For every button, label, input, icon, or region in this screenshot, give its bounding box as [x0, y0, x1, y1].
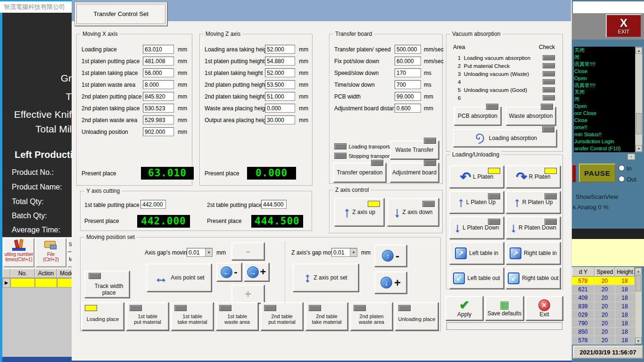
adjustment-distance-input[interactable]	[395, 104, 421, 113]
left-table-in-button[interactable]: ↗ Left table in	[449, 242, 504, 264]
table-row[interactable]	[35, 278, 57, 288]
show-scan-view-label[interactable]: ShowScanView	[576, 193, 618, 200]
z-axis-down-button[interactable]: ↓ Z axis down	[387, 198, 439, 226]
r-platen-up-button[interactable]: ↑ R Platen Up	[506, 191, 561, 214]
table1-waste-area-button[interactable]: 1st tablewaste area	[216, 302, 258, 330]
l-platen-down-button[interactable]: ↓ L Platen Down	[449, 216, 504, 239]
platen2-taking-place-input[interactable]	[143, 104, 174, 113]
table-row[interactable]: 6212018	[572, 285, 635, 294]
platen2-waste-area-input[interactable]	[143, 115, 174, 124]
x-jog-plus-button[interactable]: → +	[244, 263, 269, 281]
track-width-place-button[interactable]: Track width place	[84, 271, 130, 298]
scroll-up-icon[interactable]: ▲	[635, 268, 642, 274]
axis-gap-select[interactable]: 0.01 ▼	[187, 248, 213, 257]
x-minus-disabled-button[interactable]: -	[231, 242, 264, 260]
loading-absorption-button[interactable]: Loading absorption	[453, 129, 557, 147]
table-row[interactable]: 0292018	[572, 311, 635, 319]
z-gap-select[interactable]: 0.01 ▼	[331, 248, 357, 257]
table-row[interactable]: 4092018	[572, 294, 635, 302]
scroll-down-icon[interactable]: ▼	[636, 145, 642, 152]
platen1-waste-area-input[interactable]	[143, 80, 174, 89]
adjustment-board-button[interactable]: Adjustment board	[390, 163, 439, 182]
speed-slowdown-input[interactable]	[395, 68, 421, 77]
radio-out[interactable]	[619, 176, 625, 182]
table-row[interactable]: 8502018	[572, 328, 635, 336]
table1-putting-input[interactable]	[140, 200, 166, 209]
partial-toolbar-button-m[interactable]: M	[67, 253, 72, 267]
col-action-header[interactable]: Action	[35, 269, 57, 278]
platen1-taking-height-input[interactable]	[265, 68, 295, 77]
output-placing-height-input[interactable]	[265, 115, 295, 124]
save-defaults-button[interactable]: ▦ Save defaults	[485, 296, 524, 321]
waste-transfer-button[interactable]: Waste Transfer	[390, 140, 439, 159]
chevron-down-icon[interactable]: ▼	[350, 248, 357, 256]
r-platen-down-button[interactable]: ↓ R Platen Down	[506, 216, 561, 239]
waste-absorption-button[interactable]: Waste absorption	[506, 107, 556, 125]
tab-transfer-control-set[interactable]: Transfer Control Set	[74, 2, 167, 26]
radio-in[interactable]	[619, 165, 625, 171]
x-plus-disabled-button[interactable]: +	[231, 285, 264, 304]
l-platen-button[interactable]: ↶ L Platen	[449, 165, 504, 188]
x-jog-minus-button[interactable]: ← -	[216, 263, 242, 281]
platen2-waste-area-button[interactable]: 2nd platenwaste area	[350, 302, 393, 330]
col-mode-header[interactable]: Mode	[57, 269, 72, 278]
loading-taking-height-input[interactable]	[265, 45, 295, 54]
loading-place-input[interactable]	[143, 45, 174, 54]
left-table-out-button[interactable]: ↙ Left table out	[449, 267, 504, 289]
table-row[interactable]	[57, 278, 72, 288]
table2-take-material-button[interactable]: 2nd tabletake material	[305, 302, 348, 330]
platen1-putting-place-input[interactable]	[143, 57, 174, 66]
scroll-down-icon[interactable]: ▼	[635, 337, 642, 344]
app-exit-button[interactable]: X EXIT	[606, 14, 642, 38]
axis-point-set-button[interactable]: ↔ Axis point set	[147, 263, 212, 292]
table-row[interactable]: 8392018	[572, 302, 635, 311]
r-platen-button[interactable]: ↷ R Platen	[506, 165, 561, 188]
platen1-putting-height-input[interactable]	[265, 57, 295, 66]
table-scrollbar[interactable]: ▲ ▼	[635, 267, 642, 345]
transfer-operation-button[interactable]: Transfer operation	[333, 163, 386, 182]
log-scrollbar[interactable]: ▲ ▼	[635, 47, 643, 152]
platen2-putting-height-input[interactable]	[265, 80, 295, 89]
partial-red-button[interactable]	[572, 165, 576, 182]
log-scroll-right-icon[interactable]: ›	[627, 154, 635, 160]
z-jog-minus-button[interactable]: ↑ -	[374, 245, 407, 267]
chevron-down-icon[interactable]: ▼	[205, 248, 212, 256]
table1-put-material-button[interactable]: 1st tableput material	[126, 302, 169, 330]
col-speed-header[interactable]: Speed	[594, 267, 615, 277]
table-row[interactable]: 7902018	[572, 319, 635, 328]
table-row[interactable]	[10, 278, 35, 288]
time-slowdown-input[interactable]	[395, 80, 421, 89]
platen1-taking-place-input[interactable]	[143, 68, 174, 77]
fix-pot-slowdown-input[interactable]	[395, 57, 421, 66]
platen2-taking-height-input[interactable]	[265, 92, 295, 101]
transfer-speed-input[interactable]	[395, 45, 421, 54]
file-button[interactable]: File (Ctrl+2)	[35, 238, 66, 267]
right-table-in-button[interactable]: ↗ Right table in	[506, 242, 561, 264]
z-jog-plus-button[interactable]: ↓ +	[374, 272, 407, 294]
z-axis-pot-set-button[interactable]: ↕ Z axis pot set	[293, 263, 359, 292]
unloading-position-input[interactable]	[143, 127, 174, 136]
scroll-up-icon[interactable]: ▲	[636, 47, 642, 54]
col-no-header[interactable]: No.	[10, 269, 35, 278]
loading-place-button[interactable]: Loading place	[82, 302, 124, 330]
unloading-place-button[interactable]: Unloading place	[395, 302, 438, 330]
table-row[interactable]: 5782018	[572, 277, 635, 285]
waste-placing-height-input[interactable]	[265, 104, 295, 113]
scrollbar-thumb[interactable]	[636, 275, 641, 291]
platen2-putting-place-input[interactable]	[143, 92, 174, 101]
col-height-header[interactable]: Height	[615, 267, 635, 277]
pause-button[interactable]: PAUSE	[579, 164, 616, 182]
pcb-absorption-button[interactable]: PCB absorption	[454, 107, 501, 125]
pcb-width-input[interactable]	[395, 92, 421, 101]
l-platen-up-button[interactable]: ↑ L Platen Up	[449, 191, 504, 214]
table2-putting-input[interactable]	[261, 200, 287, 209]
right-table-out-button[interactable]: ↙ Right table out	[506, 267, 561, 289]
cutting-number-button[interactable]: utting number times(Ctrl+1)	[3, 238, 34, 267]
z-axis-up-button[interactable]: ↑ Z axis up	[334, 198, 384, 226]
exit-button[interactable]: ✕ Exit	[526, 296, 563, 321]
apply-button[interactable]: ✔ Apply	[446, 296, 483, 321]
table2-put-material-button[interactable]: 2nd tableput material	[261, 302, 303, 330]
col-y-header[interactable]: d Y	[572, 267, 594, 277]
table1-take-material-button[interactable]: 1st tabletake material	[171, 302, 214, 330]
partial-toolbar-button-s[interactable]: S (	[67, 238, 72, 252]
